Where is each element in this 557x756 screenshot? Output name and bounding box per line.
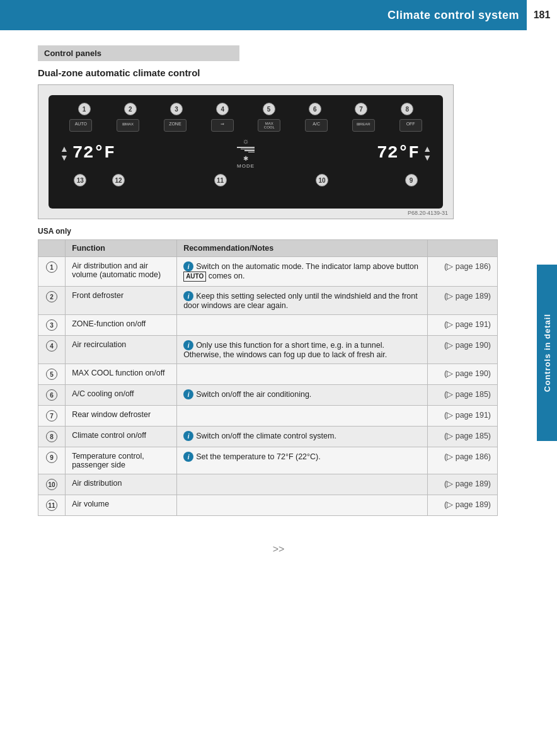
- function-table: Function Recommendation/Notes 1Air distr…: [38, 239, 498, 516]
- row-num-cell: 1: [38, 257, 66, 287]
- temp-right-display: ▲ ▼ 72°F: [377, 143, 432, 163]
- row-page-cell: (▷ page 189): [428, 474, 498, 495]
- rec-text: Keep this setting selected only until th…: [183, 292, 418, 311]
- temp-left-value: 72°F: [72, 143, 115, 163]
- info-icon: i: [183, 340, 193, 350]
- side-tab: Controls in detail: [537, 265, 557, 441]
- col-header-recommendation: Recommendation/Notes: [177, 240, 428, 257]
- circle-10: 10: [316, 174, 328, 186]
- button-labels-row: AUTO ⊞MAX ZONE ⇒ MAXCOOL A/C ⊞REAR OFF: [55, 117, 437, 134]
- table-row: 10Air distribution(▷ page 189): [38, 474, 498, 495]
- panel-inner: 1 2 3 4 5 6 7: [49, 95, 443, 209]
- row-page-cell: (▷ page 190): [428, 364, 498, 385]
- circle-6: 6: [309, 103, 321, 115]
- row-function-cell: Temperature control, passenger side: [66, 447, 177, 474]
- table-row: 7Rear window defroster(▷ page 191): [38, 406, 498, 427]
- row-recommendation-cell: iKeep this setting selected only until t…: [177, 287, 428, 315]
- table-row: 4Air recirculationiOnly use this functio…: [38, 336, 498, 364]
- info-icon: i: [183, 452, 193, 462]
- row-function-cell: ZONE-function on/off: [66, 315, 177, 336]
- left-temp-arrows: ▲ ▼: [60, 144, 69, 162]
- right-arrow-down-icon: ▼: [423, 153, 432, 162]
- bottom-numbers-row: 13 12 11 10 9: [55, 174, 437, 186]
- btn-off: OFF: [399, 119, 422, 132]
- ref-code: P68.20·4139-31: [408, 210, 448, 216]
- row-page-cell: (▷ page 190): [428, 336, 498, 364]
- row-function-cell: Rear window defroster: [66, 406, 177, 427]
- row-function-cell: Air distribution and air volume (automat…: [66, 257, 177, 287]
- row-page-cell: (▷ page 189): [428, 495, 498, 516]
- row-recommendation-cell: [177, 315, 428, 336]
- rec-text-before: Switch on the automatic mode. The indica…: [196, 262, 418, 271]
- row-function-cell: MAX COOL function on/off: [66, 364, 177, 385]
- row-recommendation-cell: [177, 495, 428, 516]
- temp-left-display: ▲ ▼ 72°F: [60, 143, 115, 163]
- row-recommendation-cell: [177, 474, 428, 495]
- table-row: 8Climate control on/offiSwitch on/off th…: [38, 427, 498, 447]
- circle-12: 12: [112, 174, 125, 186]
- row-page-cell: (▷ page 191): [428, 406, 498, 427]
- row-function-cell: A/C cooling on/off: [66, 385, 177, 406]
- right-temp-arrows: ▲ ▼: [423, 144, 432, 162]
- row-num-cell: 3: [38, 315, 66, 336]
- row-recommendation-cell: iSwitch on/off the air conditioning.: [177, 385, 428, 406]
- rec-text: Only use this function for a short time,…: [183, 341, 387, 360]
- rec-text: Switch on/off the air conditioning.: [196, 390, 311, 399]
- header-title: Climate control system: [388, 9, 519, 22]
- table-row: 5MAX COOL function on/off(▷ page 190): [38, 364, 498, 385]
- info-icon: i: [183, 261, 193, 272]
- row-recommendation-cell: iSwitch on the automatic mode. The indic…: [177, 257, 428, 287]
- center-display: ☼ ✱ MODE: [237, 137, 255, 169]
- row-num-cell: 10: [38, 474, 66, 495]
- row-num-cell: 5: [38, 364, 66, 385]
- btn-col-4: 4: [216, 103, 229, 115]
- row-recommendation-cell: iOnly use this function for a short time…: [177, 336, 428, 364]
- row-num-cell: 4: [38, 336, 66, 364]
- row-page-cell: (▷ page 186): [428, 257, 498, 287]
- row-circle-num: 2: [46, 291, 57, 302]
- col-header-num: [38, 240, 66, 257]
- bottom-nav: >>: [0, 531, 557, 568]
- btn-maxcool: MAXCOOL: [258, 119, 280, 132]
- right-arrow-up-icon: ▲: [423, 144, 432, 153]
- btn-max: ⊞MAX: [117, 119, 139, 132]
- row-recommendation-cell: iSet the temperature to 72°F (22°C).: [177, 447, 428, 474]
- circle-4: 4: [216, 103, 229, 115]
- table-row: 9Temperature control, passenger sideiSet…: [38, 447, 498, 474]
- info-icon: i: [183, 431, 193, 441]
- row-circle-num: 4: [46, 340, 57, 352]
- row-page-cell: (▷ page 191): [428, 315, 498, 336]
- row-circle-num: 8: [46, 431, 57, 442]
- table-row: 3ZONE-function on/off(▷ page 191): [38, 315, 498, 336]
- mode-label: MODE: [237, 163, 255, 169]
- section-header: Control panels: [38, 45, 239, 61]
- table-row: 6A/C cooling on/offiSwitch on/off the ai…: [38, 385, 498, 406]
- circle-7: 7: [355, 103, 367, 115]
- btn-col-5: 5: [263, 103, 275, 115]
- col-header-function: Function: [66, 240, 177, 257]
- btn-rear: ⊞REAR: [352, 119, 375, 132]
- btn-col-3: 3: [170, 103, 183, 115]
- row-circle-num: 7: [46, 410, 57, 421]
- row-circle-num: 1: [46, 261, 57, 273]
- btn-col-7: 7: [355, 103, 367, 115]
- row-circle-num: 9: [46, 452, 57, 463]
- side-tab-label: Controls in detail: [543, 314, 552, 392]
- row-page-cell: (▷ page 185): [428, 385, 498, 406]
- circle-13: 13: [74, 174, 86, 186]
- row-num-cell: 2: [38, 287, 66, 315]
- row-recommendation-cell: [177, 364, 428, 385]
- panel-image: 1 2 3 4 5 6 7: [38, 84, 454, 219]
- btn-ac: A/C: [305, 119, 328, 132]
- btn-col-2: 2: [124, 103, 137, 115]
- row-function-cell: Air recirculation: [66, 336, 177, 364]
- circle-2: 2: [124, 103, 137, 115]
- rec-text-after: comes on.: [206, 272, 244, 280]
- main-content: Control panels Dual-zone automatic clima…: [0, 30, 529, 531]
- row-num-cell: 8: [38, 427, 66, 447]
- btn-auto: AUTO: [69, 119, 92, 132]
- row-page-cell: (▷ page 186): [428, 447, 498, 474]
- circle-9: 9: [405, 174, 418, 186]
- row-circle-num: 6: [46, 389, 57, 401]
- col-header-page: [428, 240, 498, 257]
